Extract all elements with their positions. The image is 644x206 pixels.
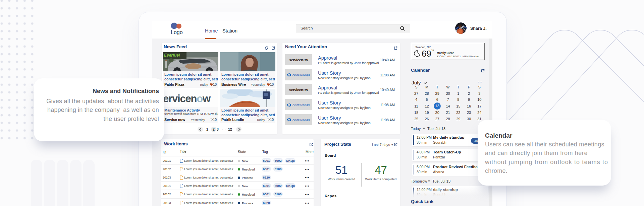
- svg-text:Everfuel: Everfuel: [164, 53, 180, 58]
